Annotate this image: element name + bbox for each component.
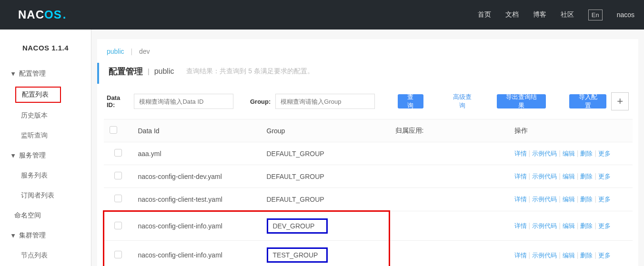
- nav-docs[interactable]: 文档: [505, 10, 519, 19]
- op-more[interactable]: 更多: [598, 222, 611, 229]
- op-more[interactable]: 更多: [598, 150, 611, 157]
- namespace-tabs: public | dev: [97, 39, 638, 63]
- op-delete[interactable]: 删除: [580, 150, 593, 157]
- op-sample[interactable]: 示例代码: [532, 222, 557, 229]
- sidebar-item-node-list[interactable]: 节点列表: [0, 246, 91, 266]
- export-button[interactable]: 导出查询结果: [497, 94, 546, 108]
- op-edit[interactable]: 编辑: [563, 150, 575, 157]
- select-all-checkbox[interactable]: [110, 126, 117, 134]
- op-detail[interactable]: 详情: [514, 150, 527, 157]
- op-more[interactable]: 更多: [598, 173, 611, 180]
- dataid-input[interactable]: [134, 94, 233, 109]
- header-nav: 首页 文档 博客 社区 En nacos: [478, 10, 634, 20]
- sidebar-group-cluster[interactable]: ▶ 集群管理: [0, 226, 91, 246]
- group-highlight-box: TEST_GROUP: [267, 247, 328, 263]
- op-sample[interactable]: 示例代码: [532, 150, 557, 157]
- advanced-query-button[interactable]: 高级查询: [446, 94, 478, 108]
- sidebar-item-namespace[interactable]: 命名空间: [0, 206, 91, 226]
- op-delete[interactable]: 删除: [580, 222, 593, 229]
- op-edit[interactable]: 编辑: [563, 196, 575, 203]
- sidebar-group-config-label: 配置管理: [19, 69, 46, 78]
- lang-switch[interactable]: En: [588, 10, 603, 20]
- table-row: aaa.ymlDEFAULT_GROUP详情|示例代码|编辑|删除|更多: [104, 142, 633, 165]
- current-namespace: public: [154, 67, 174, 76]
- sidebar-item-history[interactable]: 历史版本: [0, 106, 91, 126]
- chevron-down-icon: ▶: [11, 72, 16, 76]
- th-dataid: Data Id: [132, 119, 261, 142]
- title-sep: |: [148, 68, 150, 75]
- row-checkbox[interactable]: [114, 195, 122, 202]
- nav-user[interactable]: nacos: [617, 11, 634, 19]
- filter-bar: Data ID: Group: 查询 高级查询 导出查询结果 导入配置 +: [97, 84, 638, 117]
- ns-tab-dev[interactable]: dev: [139, 48, 150, 55]
- logo: NACOS.: [18, 8, 66, 21]
- cell-ops: 详情|示例代码|编辑|删除|更多: [509, 241, 633, 266]
- cell-app: [390, 241, 509, 266]
- cell-dataid: nacos-config-client-dev.yaml: [132, 165, 261, 188]
- op-sample[interactable]: 示例代码: [532, 252, 557, 259]
- op-sample[interactable]: 示例代码: [532, 173, 557, 180]
- th-ops: 操作: [509, 119, 633, 142]
- version-label: NACOS 1.1.4: [0, 34, 91, 64]
- nav-home[interactable]: 首页: [478, 10, 491, 19]
- sidebar-group-service[interactable]: ▶ 服务管理: [0, 146, 91, 166]
- op-sample[interactable]: 示例代码: [532, 196, 557, 203]
- cell-dataid: nacos-config-client-test.yaml: [132, 188, 261, 211]
- row-checkbox[interactable]: [114, 251, 122, 258]
- table-row: nacos-config-client-test.yamlDEFAULT_GRO…: [104, 188, 633, 211]
- op-delete[interactable]: 删除: [580, 173, 593, 180]
- op-delete[interactable]: 删除: [580, 252, 593, 259]
- logo-text-left: NAC: [18, 8, 44, 21]
- op-detail[interactable]: 详情: [514, 252, 527, 259]
- cell-group: DEV_GROUP: [261, 211, 390, 241]
- sidebar-item-config-list[interactable]: 配置列表: [15, 87, 61, 103]
- cell-dataid: nacos-config-client-info.yaml: [132, 241, 261, 266]
- sidebar-item-subscriber-list[interactable]: 订阅者列表: [0, 186, 91, 206]
- content-panel: public | dev 配置管理 | public 查询结果：共查询到 5 条…: [97, 39, 638, 266]
- cell-dataid: aaa.yml: [132, 142, 261, 165]
- sidebar-item-service-list[interactable]: 服务列表: [0, 166, 91, 186]
- op-more[interactable]: 更多: [598, 252, 611, 259]
- ns-tab-public[interactable]: public: [107, 48, 124, 55]
- query-button[interactable]: 查询: [398, 94, 423, 108]
- dataid-label: Data ID:: [107, 94, 129, 108]
- op-edit[interactable]: 编辑: [563, 252, 575, 259]
- plus-icon: +: [617, 95, 623, 108]
- row-checkbox[interactable]: [114, 222, 122, 229]
- nav-community[interactable]: 社区: [561, 10, 574, 19]
- cell-app: [390, 142, 509, 165]
- config-table: Data Id Group 归属应用: 操作 aaa.ymlDEFAULT_GR…: [103, 119, 633, 266]
- group-input[interactable]: [275, 94, 374, 109]
- chevron-down-icon: ▶: [11, 154, 16, 158]
- main: public | dev 配置管理 | public 查询结果：共查询到 5 条…: [91, 30, 644, 266]
- cell-group: DEFAULT_GROUP: [261, 165, 390, 188]
- op-detail[interactable]: 详情: [514, 222, 527, 229]
- import-button[interactable]: 导入配置: [569, 94, 606, 108]
- page-title: 配置管理: [109, 66, 143, 77]
- th-app: 归属应用:: [390, 119, 509, 142]
- sidebar-group-config[interactable]: ▶ 配置管理: [0, 64, 91, 84]
- cell-ops: 详情|示例代码|编辑|删除|更多: [509, 165, 633, 188]
- op-delete[interactable]: 删除: [580, 196, 593, 203]
- cell-group: TEST_GROUP: [261, 241, 390, 266]
- table-row: nacos-config-client-info.yamlTEST_GROUP详…: [104, 241, 633, 266]
- group-highlight-box: DEV_GROUP: [267, 218, 328, 234]
- add-config-button[interactable]: +: [611, 92, 629, 110]
- query-result-summary: 查询结果：共查询到 5 条满足要求的配置。: [186, 67, 314, 76]
- op-edit[interactable]: 编辑: [563, 173, 575, 180]
- cell-ops: 详情|示例代码|编辑|删除|更多: [509, 211, 633, 241]
- cell-ops: 详情|示例代码|编辑|删除|更多: [509, 188, 633, 211]
- th-group: Group: [261, 119, 390, 142]
- th-checkbox: [104, 119, 132, 142]
- chevron-down-icon: ▶: [11, 234, 16, 237]
- op-detail[interactable]: 详情: [514, 173, 527, 180]
- row-checkbox[interactable]: [114, 172, 122, 179]
- op-detail[interactable]: 详情: [514, 196, 527, 203]
- sidebar-item-listen-query[interactable]: 监听查询: [0, 126, 91, 146]
- nav-blog[interactable]: 博客: [533, 10, 546, 19]
- tab-sep: |: [131, 48, 132, 55]
- row-checkbox[interactable]: [114, 149, 122, 157]
- table-row: nacos-config-client-info.yamlDEV_GROUP详情…: [104, 211, 633, 241]
- op-edit[interactable]: 编辑: [563, 222, 575, 229]
- op-more[interactable]: 更多: [598, 196, 611, 203]
